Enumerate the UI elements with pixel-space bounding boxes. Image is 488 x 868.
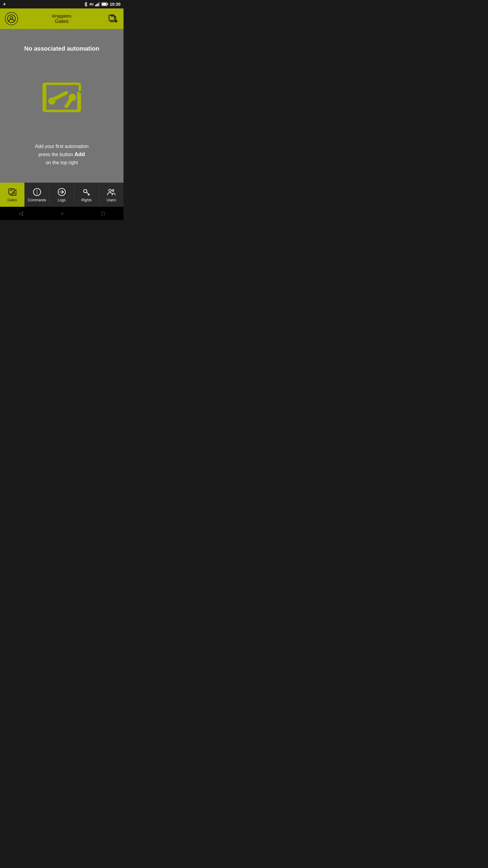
main-content: No associated automation Add your first … — [0, 29, 124, 183]
signal-icon — [95, 2, 100, 6]
empty-state-title: No associated automation — [24, 45, 99, 52]
gate-illustration — [32, 67, 92, 127]
android-recent-button[interactable]: □ — [101, 210, 105, 217]
svg-rect-1 — [96, 4, 97, 6]
nav-item-commands[interactable]: Commands — [25, 183, 49, 207]
add-word: Add — [73, 151, 85, 157]
instruction-line2: press the button Add — [35, 150, 89, 159]
gates-nav-icon — [7, 187, 17, 197]
network-label: 4G — [90, 2, 94, 6]
header-subtitle: Gates — [52, 19, 71, 24]
users-nav-icon — [106, 187, 116, 197]
instruction-line3: on the top right — [35, 159, 89, 167]
status-bar: + 4G 10:30 — [0, 0, 124, 8]
instruction-line1: Add your first automation — [35, 143, 89, 150]
android-home-button[interactable]: ○ — [61, 210, 64, 217]
svg-rect-5 — [107, 4, 108, 5]
svg-line-17 — [10, 190, 12, 190]
svg-point-8 — [10, 17, 13, 19]
status-right: 4G 10:30 — [84, 2, 121, 7]
svg-point-22 — [36, 193, 37, 194]
svg-point-21 — [36, 192, 37, 193]
battery-add-icon: + — [3, 1, 6, 7]
nav-label-commands: Commands — [28, 198, 46, 202]
app-header: KINGGates Gates + — [0, 8, 124, 29]
battery-icon — [101, 2, 108, 6]
commands-nav-icon — [32, 187, 42, 197]
header-title: KINGGates Gates — [52, 13, 71, 24]
svg-rect-3 — [99, 2, 100, 6]
svg-point-29 — [109, 189, 111, 192]
svg-rect-2 — [98, 3, 98, 6]
nav-label-gates: Gates — [7, 198, 17, 202]
svg-line-18 — [12, 192, 13, 193]
profile-button[interactable] — [5, 12, 18, 25]
brand-name: KINGGates — [52, 13, 71, 19]
svg-point-15 — [69, 94, 76, 101]
nav-item-logs[interactable]: Logs — [50, 183, 74, 207]
svg-rect-6 — [102, 3, 107, 5]
instruction-text: Add your first automation press the butt… — [35, 143, 89, 167]
android-back-button[interactable]: ◁ — [19, 210, 23, 217]
svg-point-30 — [112, 190, 114, 191]
rights-nav-icon — [82, 187, 91, 197]
svg-point-13 — [48, 97, 56, 104]
svg-rect-0 — [95, 5, 96, 6]
nav-item-gates[interactable]: Gates — [0, 183, 24, 207]
add-automation-button[interactable]: + — [105, 12, 119, 25]
nav-item-users[interactable]: Users — [99, 183, 124, 207]
nav-label-users: Users — [107, 198, 116, 202]
status-time: 10:30 — [110, 2, 121, 7]
android-nav-bar: ◁ ○ □ — [0, 207, 124, 220]
bottom-nav: Gates Commands Logs — [0, 183, 124, 207]
logs-nav-icon — [57, 187, 67, 197]
bluetooth-icon — [84, 2, 88, 7]
nav-item-rights[interactable]: Rights — [74, 183, 99, 207]
nav-label-logs: Logs — [58, 198, 66, 202]
svg-point-20 — [36, 190, 37, 191]
nav-label-rights: Rights — [82, 198, 92, 202]
